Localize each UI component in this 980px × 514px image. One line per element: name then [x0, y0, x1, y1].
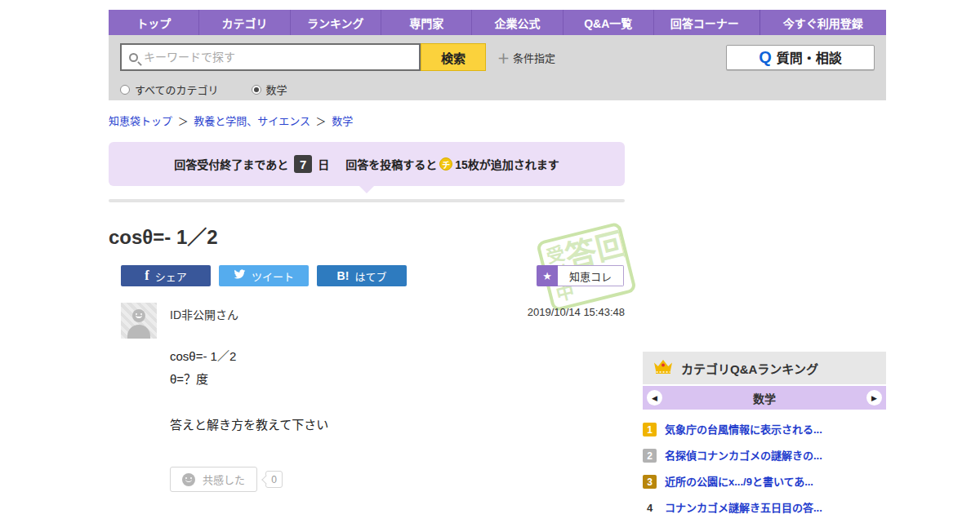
nav-item-answer-corner[interactable]: 回答コーナー — [653, 10, 755, 35]
hatena-bookmark-button[interactable]: B! はてブ — [317, 265, 407, 286]
rank-badge-bronze: 3 — [643, 475, 657, 489]
banner-day-unit: 日 — [318, 156, 329, 172]
question-body: cosθ=- 1／2 θ=？度 答えと解き方を教えて下さい — [170, 345, 625, 436]
nav-item-qa-list[interactable]: Q&A一覧 — [563, 10, 653, 35]
breadcrumb-science-link[interactable]: 教養と学問、サイエンス — [194, 115, 310, 127]
answer-deadline-banner: 回答受付終了まであと 7 日 回答を投稿すると チ 15枚が追加されます — [109, 142, 625, 186]
twitter-bird-icon — [234, 269, 246, 282]
advanced-search-link[interactable]: ＋ 条件指定 — [497, 49, 555, 66]
twitter-share-label: ツイート — [252, 268, 294, 284]
nav-item-category[interactable]: カテゴリ — [198, 10, 289, 35]
radio-math-label: 数学 — [266, 82, 287, 97]
search-box — [120, 43, 421, 71]
ranking-title: カテゴリQ&Aランキング — [681, 360, 818, 377]
facebook-share-label: シェア — [155, 268, 187, 284]
breadcrumb-home-link[interactable]: 知恵袋トップ — [109, 115, 172, 127]
blank-line — [170, 391, 625, 414]
radio-all-categories[interactable]: すべてのカテゴリ — [120, 82, 219, 97]
ranking-list: 1 気象庁の台風情報に表示される... 2 名探偵コナンカゴメの謎解きの... … — [643, 410, 886, 514]
radio-checked-icon — [252, 85, 261, 95]
ranking-item-2: 2 名探偵コナンカゴメの謎解きの... — [643, 449, 886, 463]
ask-question-button[interactable]: Q 質問・相談 — [726, 45, 875, 70]
nav-item-ranking[interactable]: ランキング — [290, 10, 381, 35]
ranking-item-3: 3 近所の公園にx.../9と書いてあ... — [643, 475, 886, 489]
ranking-category-label: 数学 — [753, 390, 776, 406]
question-line-1: cosθ=- 1／2 — [170, 345, 625, 368]
chie-collection-label: 知恵コレ — [558, 265, 624, 286]
next-category-button[interactable]: ▶ — [866, 390, 882, 405]
facebook-icon: f — [145, 268, 149, 283]
empathy-count-badge: 0 — [265, 471, 283, 488]
breadcrumb-separator: ＞ — [178, 115, 189, 127]
nav-item-official[interactable]: 企業公式 — [471, 10, 562, 35]
ranking-link-2[interactable]: 名探偵コナンカゴメの謎解きの... — [665, 449, 822, 463]
hatena-label: はてブ — [354, 268, 386, 284]
nav-item-experts[interactable]: 専門家 — [381, 10, 471, 35]
rank-badge-gold: 1 — [643, 423, 657, 436]
breadcrumb-math-link[interactable]: 数学 — [332, 115, 353, 127]
empathy-button[interactable]: 共感した — [170, 467, 257, 492]
advanced-search-label: 条件指定 — [513, 50, 555, 65]
question-line-3: 答えと解き方を教えて下さい — [170, 414, 625, 436]
rank-badge-silver: 2 — [643, 449, 657, 463]
banner-middle: 回答を投稿すると — [345, 156, 437, 172]
radio-all-label: すべてのカテゴリ — [135, 82, 219, 97]
radio-math-category[interactable]: 数学 — [252, 82, 287, 97]
nav-item-top[interactable]: トップ — [109, 10, 198, 35]
main-column: 受付中 回答 cosθ=- 1／2 f シェア ツイート — [109, 186, 625, 514]
coin-icon: チ — [439, 157, 452, 171]
radio-unchecked-icon — [120, 85, 130, 95]
plus-icon: ＋ — [497, 49, 510, 66]
question-author: ID非公開さん — [170, 303, 238, 322]
q-logo-icon: Q — [759, 48, 772, 67]
twitter-share-button[interactable]: ツイート — [219, 265, 309, 286]
page-container: トップ カテゴリ ランキング 専門家 企業公式 Q&A一覧 回答コーナー 今すぐ… — [109, 10, 886, 514]
chie-collection-button[interactable]: ★ 知恵コレ — [537, 265, 624, 286]
banner-prefix: 回答受付終了まであと — [174, 156, 288, 172]
question-datetime: 2019/10/14 15:43:48 — [528, 303, 625, 318]
smiley-icon — [182, 473, 195, 486]
avatar-smile — [136, 314, 142, 318]
breadcrumb: 知恵袋トップ ＞ 教養と学問、サイエンス ＞ 数学 — [109, 113, 886, 128]
question-card: 受付中 回答 cosθ=- 1／2 f シェア ツイート — [109, 221, 625, 514]
sidebar: カテゴリQ&Aランキング ◀ 数学 ▶ 1 気象庁の台風情報に表示される... … — [643, 186, 886, 514]
breadcrumb-separator: ＞ — [316, 115, 327, 127]
section-divider — [109, 199, 625, 202]
rank-badge-plain: 4 — [643, 501, 657, 514]
days-remaining-badge: 7 — [294, 155, 312, 173]
ask-question-label: 質問・相談 — [777, 47, 842, 67]
crown-icon — [653, 358, 674, 378]
banner-suffix: 15枚が追加されます — [455, 156, 559, 172]
star-icon: ★ — [537, 265, 558, 286]
facebook-share-button[interactable]: f シェア — [121, 265, 211, 286]
question-title: cosθ=- 1／2 — [109, 221, 625, 250]
search-button[interactable]: 検索 — [421, 43, 486, 71]
ranking-category-bar: ◀ 数学 ▶ — [643, 386, 886, 410]
ranking-header: カテゴリQ&Aランキング — [643, 352, 886, 384]
ranking-link-4[interactable]: コナンカゴメ謎解き五日目の答... — [665, 501, 822, 514]
ranking-item-1: 1 気象庁の台風情報に表示される... — [643, 423, 886, 436]
hatena-icon: B! — [337, 269, 350, 282]
empathy-label: 共感した — [203, 472, 245, 487]
top-nav: トップ カテゴリ ランキング 専門家 企業公式 Q&A一覧 回答コーナー 今すぐ… — [109, 10, 886, 35]
search-icon — [129, 53, 138, 62]
prev-category-button[interactable]: ◀ — [647, 390, 662, 405]
search-header: 検索 ＋ 条件指定 Q 質問・相談 すべてのカテゴリ 数学 — [109, 35, 886, 100]
nav-item-register[interactable]: 今すぐ利用登録 — [760, 10, 886, 35]
search-input[interactable] — [144, 51, 412, 64]
question-line-2: θ=？度 — [170, 368, 625, 391]
ranking-link-3[interactable]: 近所の公園にx.../9と書いてあ... — [665, 475, 813, 489]
ranking-item-4: 4 コナンカゴメ謎解き五日目の答... — [643, 501, 886, 514]
ranking-link-1[interactable]: 気象庁の台風情報に表示される... — [665, 423, 822, 436]
user-avatar — [121, 303, 157, 339]
